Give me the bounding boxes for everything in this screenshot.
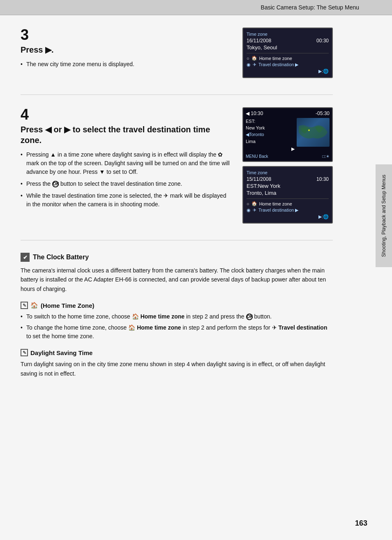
home-tz-bullet-2: To change the home time zone, choose 🏠 H… bbox=[21, 323, 333, 341]
map-body: EST: New York ◀Toronto Lima ▶ bbox=[246, 118, 330, 152]
screen1-divider bbox=[247, 53, 329, 53]
screen2-datetime: 15/11/2008 10:30 bbox=[247, 176, 329, 182]
screen2-footer: ▶:🌐 bbox=[247, 214, 329, 219]
side-label-container: Shooting, Playback and Setup Menus bbox=[376, 164, 392, 267]
step-3-number: 3 bbox=[21, 28, 230, 42]
ok-symbol-2: OK bbox=[246, 314, 253, 320]
clock-battery-icon: ✔ bbox=[21, 253, 30, 262]
city-lima: Lima bbox=[246, 138, 295, 145]
page-number: 163 bbox=[355, 519, 367, 528]
daylight-saving-icon: ✎ bbox=[21, 349, 28, 356]
screen2-option2: ◉ ✈ Travel destination ▶ bbox=[247, 208, 329, 213]
header-title: Basic Camera Setup: The Setup Menu bbox=[261, 4, 359, 11]
step-3-right: Time zone 16/11/2008 00:30 Tokyo, Seoul … bbox=[242, 28, 333, 82]
screen1-footer: ▶:🌐 bbox=[247, 69, 329, 74]
daylight-saving-header: ✎ Daylight Saving Time bbox=[21, 349, 333, 356]
screen1-option2: ◉ ✈ Travel destination ▶ bbox=[247, 62, 329, 67]
step-4-screen2: Time zone 15/11/2008 10:30 EST:New York … bbox=[242, 166, 333, 224]
home-timezone-section: ✎ 🏠 (Home Time Zone) To switch to the ho… bbox=[21, 302, 333, 341]
step-4-left: 4 Press ◀ or ▶ to select the travel dest… bbox=[21, 107, 242, 228]
screen2-option1-label: Home time zone bbox=[259, 201, 292, 206]
map-visual bbox=[297, 118, 330, 147]
map-cities: EST: New York ◀Toronto Lima ▶ bbox=[246, 118, 295, 152]
screen1-time: 00:30 bbox=[316, 38, 329, 44]
step-3-screen: Time zone 16/11/2008 00:30 Tokyo, Seoul … bbox=[242, 28, 333, 78]
clock-battery-text: The camera's internal clock uses a diffe… bbox=[21, 266, 333, 293]
step-4-title-text: Press ◀ or ▶ to select the travel destin… bbox=[21, 125, 210, 145]
screen2-option1: ○ 🏠 Home time zone bbox=[247, 201, 329, 206]
option1-label: Home time zone bbox=[259, 56, 292, 61]
daylight-saving-title: Daylight Saving Time bbox=[30, 349, 92, 356]
step-3-block: 3 Press ▶. The new city time zone menu i… bbox=[21, 28, 333, 95]
step-4-bullets: Pressing ▲ in a time zone where daylight… bbox=[21, 150, 230, 209]
map-footer: MENU Back □:☀ bbox=[246, 154, 330, 159]
screen1-header: Time zone bbox=[247, 32, 329, 37]
screen2-header: Time zone bbox=[247, 170, 329, 175]
daylight-saving-section: ✎ Daylight Saving Time Turn daylight sav… bbox=[21, 349, 333, 378]
home-timezone-header: ✎ 🏠 (Home Time Zone) bbox=[21, 302, 333, 309]
map-header-left: ◀ 10:30 bbox=[246, 111, 263, 116]
step-3-bullets: The new city time zone menu is displayed… bbox=[21, 60, 230, 69]
screen2-time: 10:30 bbox=[316, 176, 329, 182]
side-label-text: Shooting, Playback and Setup Menus bbox=[381, 175, 387, 257]
city-toronto: ◀Toronto bbox=[246, 131, 295, 138]
city-est: EST: bbox=[246, 118, 295, 125]
home-tz-bullet-1: To switch to the home time zone, choose … bbox=[21, 312, 333, 321]
screen2-divider bbox=[247, 198, 329, 199]
city-arrow: ▶ bbox=[246, 145, 295, 152]
step-4-title: Press ◀ or ▶ to select the travel destin… bbox=[21, 124, 230, 145]
screen1-option1: ○ 🏠 Home time zone bbox=[247, 55, 329, 61]
home-timezone-title: (Home Time Zone) bbox=[41, 302, 95, 309]
step-4-number: 4 bbox=[21, 107, 230, 122]
map-footer-right: □:☀ bbox=[322, 154, 330, 159]
city-newyork: New York bbox=[246, 125, 295, 131]
step-4-bullet-3: While the travel destination time zone i… bbox=[21, 192, 230, 209]
screen2-date: 15/11/2008 bbox=[247, 176, 271, 182]
home-timezone-icon: ✎ bbox=[21, 302, 28, 309]
clock-battery-header: ✔ The Clock Battery bbox=[21, 253, 333, 262]
step-3-bullet-1: The new city time zone menu is displayed… bbox=[21, 60, 230, 69]
screen1-date: 16/11/2008 bbox=[247, 38, 271, 44]
daylight-saving-text: Turn daylight saving on in the city time… bbox=[21, 360, 333, 378]
screen2-city2: Tronto, Lima bbox=[247, 190, 329, 196]
step-4-bullet-2: Press the OK button to select the travel… bbox=[21, 180, 230, 188]
option2-label: Travel destination ▶ bbox=[258, 62, 298, 67]
step-3-left: 3 Press ▶. The new city time zone menu i… bbox=[21, 28, 242, 82]
radio2: ◉ bbox=[247, 62, 251, 67]
screen2-plane-icon: ✈ bbox=[253, 208, 256, 213]
map-header: ◀ 10:30 -05:30 bbox=[246, 111, 330, 116]
home-timezone-bullets: To switch to the home time zone, choose … bbox=[21, 312, 333, 341]
step-3-title: Press ▶. bbox=[21, 44, 230, 55]
step-4-block: 4 Press ◀ or ▶ to select the travel dest… bbox=[21, 107, 333, 240]
screen1-datetime: 16/11/2008 00:30 bbox=[247, 38, 329, 44]
clock-battery-section: ✔ The Clock Battery The camera's interna… bbox=[21, 253, 333, 293]
screen2-home-icon: 🏠 bbox=[251, 201, 257, 206]
screen2-option2-label: Travel destination ▶ bbox=[258, 208, 298, 213]
map-header-right: -05:30 bbox=[316, 111, 330, 116]
home-icon-1: 🏠 bbox=[251, 55, 257, 61]
page-header: Basic Camera Setup: The Setup Menu bbox=[0, 0, 392, 15]
map-footer-left: MENU Back bbox=[246, 154, 268, 159]
step-3-title-text: Press ▶. bbox=[21, 45, 54, 54]
screen2-radio1: ○ bbox=[247, 201, 249, 206]
step-4-right: ◀ 10:30 -05:30 EST: New York ◀Toronto Li… bbox=[242, 107, 333, 228]
step-4-bullet-1: Pressing ▲ in a time zone where daylight… bbox=[21, 150, 230, 176]
ok-button-symbol: OK bbox=[52, 181, 59, 187]
home-icon-label: 🏠 bbox=[30, 302, 38, 309]
screen1-footer-text: ▶:🌐 bbox=[318, 69, 329, 74]
plane-icon-1: ✈ bbox=[253, 62, 256, 67]
screen2-city1: EST:New York bbox=[247, 183, 329, 189]
screen2-radio2: ◉ bbox=[247, 208, 251, 213]
radio1: ○ bbox=[247, 56, 249, 61]
svg-point-0 bbox=[308, 129, 310, 131]
screen1-city: Tokyo, Seoul bbox=[247, 44, 329, 51]
map-screen: ◀ 10:30 -05:30 EST: New York ◀Toronto Li… bbox=[242, 107, 333, 162]
map-svg bbox=[297, 118, 330, 147]
screen2-footer-text: ▶:🌐 bbox=[318, 214, 329, 219]
clock-battery-title: The Clock Battery bbox=[33, 254, 89, 261]
